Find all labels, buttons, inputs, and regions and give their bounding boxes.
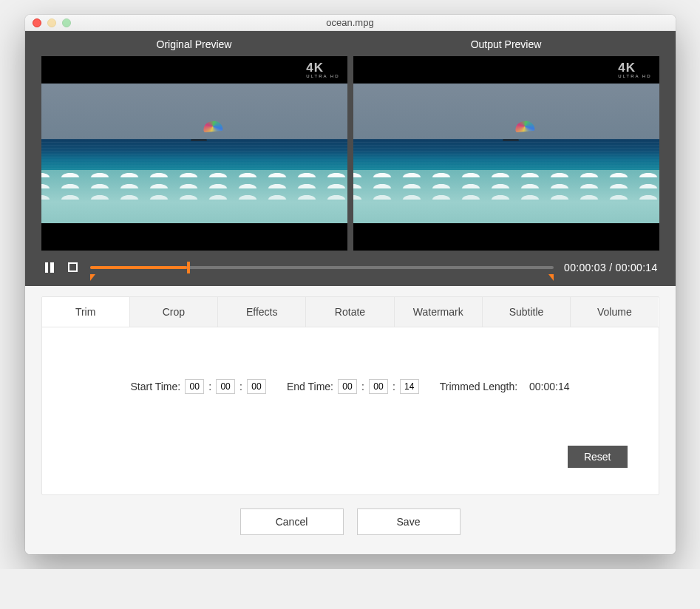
preview-area: Original Preview Output Preview 4KULTRA … xyxy=(25,31,676,286)
timeline-slider[interactable] xyxy=(90,261,554,274)
current-time: 00:00:03 xyxy=(564,262,606,273)
reset-button[interactable]: Reset xyxy=(568,446,628,468)
end-time-label: End Time: xyxy=(287,381,333,392)
cancel-button[interactable]: Cancel xyxy=(240,508,344,535)
tab-bar: TrimCropEffectsRotateWatermarkSubtitleVo… xyxy=(42,297,659,327)
titlebar: ocean.mpg xyxy=(25,15,676,31)
total-time: 00:00:14 xyxy=(616,262,658,273)
output-preview-label: Output Preview xyxy=(353,38,659,50)
tab-effects[interactable]: Effects xyxy=(218,297,306,327)
tab-rotate[interactable]: Rotate xyxy=(306,297,394,327)
original-preview: 4KULTRA HD xyxy=(41,56,347,251)
end-ss-input[interactable] xyxy=(400,379,419,394)
start-ss-input[interactable] xyxy=(247,379,266,394)
start-time-label: Start Time: xyxy=(131,381,181,392)
resolution-badge: 4KULTRA HD xyxy=(618,61,651,78)
trimmed-length-label: Trimmed Length: xyxy=(440,381,517,392)
start-time-group: Start Time: : : xyxy=(131,379,266,394)
playback-controls: 00:00:03 / 00:00:14 xyxy=(41,251,659,277)
tab-watermark[interactable]: Watermark xyxy=(395,297,483,327)
stop-button[interactable] xyxy=(67,261,80,274)
save-button[interactable]: Save xyxy=(357,508,461,535)
trimmed-length-value: 00:00:14 xyxy=(529,381,570,392)
trimmed-length-group: Trimmed Length: 00:00:14 xyxy=(440,381,570,392)
end-hh-input[interactable] xyxy=(338,379,357,394)
pause-icon xyxy=(45,262,54,273)
start-mm-input[interactable] xyxy=(216,379,235,394)
resolution-badge: 4KULTRA HD xyxy=(306,61,339,78)
start-hh-input[interactable] xyxy=(185,379,204,394)
playhead[interactable] xyxy=(187,262,190,273)
tab-volume[interactable]: Volume xyxy=(571,297,658,327)
editor-window: ocean.mpg Original Preview Output Previe… xyxy=(25,15,676,554)
tab-crop[interactable]: Crop xyxy=(130,297,218,327)
end-mm-input[interactable] xyxy=(369,379,388,394)
end-time-group: End Time: : : xyxy=(287,379,419,394)
tab-trim[interactable]: Trim xyxy=(42,297,130,327)
window-title: ocean.mpg xyxy=(25,17,676,28)
stop-icon xyxy=(68,262,78,272)
pause-button[interactable] xyxy=(43,261,56,274)
timecode: 00:00:03 / 00:00:14 xyxy=(564,262,657,273)
trim-start-handle[interactable] xyxy=(90,274,95,281)
output-preview: 4KULTRA HD xyxy=(353,56,659,251)
trim-end-handle[interactable] xyxy=(548,274,554,281)
trim-panel: Start Time: : : End Time: : : xyxy=(42,327,659,494)
original-preview-label: Original Preview xyxy=(41,38,347,50)
tab-subtitle[interactable]: Subtitle xyxy=(483,297,571,327)
